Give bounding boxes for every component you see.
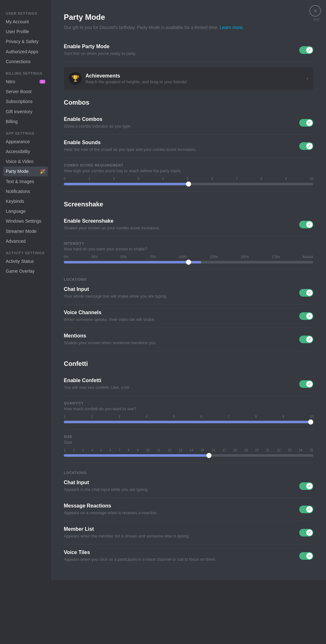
sidebar-item-notifications[interactable]: Notifications [3, 187, 48, 196]
sidebar-item-authorized-apps[interactable]: Authorized Apps [3, 47, 48, 56]
toggle-check-icon-3: ✓ [308, 144, 311, 148]
enable-confetti-toggle[interactable]: ✓ [299, 380, 313, 388]
achievement-card[interactable]: 🏆 Achievements Reach the greatest of hei… [64, 67, 313, 90]
enable-confetti-info: Enable Confetti You will now see confett… [64, 378, 130, 390]
size-slider-labels: 1 2 3 4 5 6 7 8 9 10 11 12 13 14 15 16 1… [64, 448, 313, 452]
sidebar-item-subscriptions[interactable]: Subscriptions [3, 97, 48, 106]
enable-sounds-toggle[interactable]: ✓ [299, 142, 313, 150]
sidebar-item-activity-status[interactable]: Activity Status [3, 256, 48, 266]
main-wrapper: ✕ ESC Party Mode Our gift to you for Dis… [51, 0, 326, 644]
toggle-knob-5: ✓ [306, 290, 313, 296]
voice-tiles-toggle[interactable]: ✓ [299, 552, 313, 560]
sidebar-item-label: Streamer Mode [6, 228, 36, 234]
toggle-check-icon-5: ✓ [308, 291, 311, 295]
sidebar-item-game-overlay[interactable]: Game Overlay [3, 266, 48, 276]
enable-screenshake-toggle[interactable]: ✓ [299, 221, 313, 228]
sidebar-item-windows-settings[interactable]: Windows Settings [3, 216, 48, 226]
enable-combos-row: Enable Combos Show a combo indicator as … [64, 111, 313, 135]
sidebar-item-label: Language [6, 208, 26, 214]
confetti-chat-input-info: Chat Input Appears in the chat input whi… [64, 480, 149, 492]
sidebar-item-label: Windows Settings [6, 218, 41, 224]
enable-confetti-desc: You will now see confetti. Like, a lot. [64, 385, 130, 390]
enable-combos-desc: Show a combo indicator as you type. [64, 123, 131, 129]
quantity-slider[interactable] [64, 421, 313, 423]
toggle-check-icon-11: ✓ [308, 530, 311, 535]
toggle-check-icon-8: ✓ [308, 382, 311, 386]
message-reactions-desc: Appears on a message when it receives a … [64, 510, 158, 516]
sidebar-item-label: Billing [6, 119, 18, 124]
member-list-row: Member List Appears when the member list… [64, 521, 313, 544]
screenshake-voice-channels-info: Voice Channels When someone speaks, thei… [64, 310, 155, 322]
screenshake-chat-input-label: Chat Input [64, 286, 167, 292]
toggle-knob-10: ✓ [306, 506, 313, 513]
page-title: Party Mode [64, 13, 313, 22]
toggle-knob-11: ✓ [306, 529, 313, 536]
screenshake-chat-input-toggle[interactable]: ✓ [299, 289, 313, 297]
achievement-desc: Reach the greatest of heights, and brag … [85, 79, 187, 84]
sidebar-item-label: Notifications [6, 189, 30, 194]
sidebar-item-voice-video[interactable]: Voice & Video [3, 157, 48, 166]
sidebar-item-server-boost[interactable]: Server Boost [3, 87, 48, 96]
close-button[interactable]: ✕ [309, 5, 321, 17]
screenshake-voice-channels-toggle[interactable]: ✓ [299, 312, 313, 320]
sidebar-item-appearance[interactable]: Appearance [3, 137, 48, 146]
intensity-slider-section: INTENSITY How hard do you want your scre… [64, 236, 313, 270]
sidebar-item-party-mode[interactable]: Party Mode🎉 [3, 167, 48, 176]
achievement-icon: 🏆 [69, 72, 82, 85]
toggle-knob-6: ✓ [306, 313, 313, 319]
sidebar-item-label: My Account [6, 19, 29, 25]
screenshake-section-title: Screenshake [64, 201, 313, 208]
confetti-chat-input-toggle[interactable]: ✓ [299, 482, 313, 490]
sidebar-item-text-images[interactable]: Text & Images [3, 177, 48, 186]
sidebar-item-streamer-mode[interactable]: Streamer Mode [3, 226, 48, 236]
combo-score-slider[interactable] [64, 183, 313, 185]
sidebar-item-label: Nitro [6, 79, 15, 85]
toggle-check-icon-12: ✓ [308, 554, 311, 558]
sidebar-section-label: APP SETTINGS [3, 130, 48, 137]
size-slider[interactable] [64, 454, 313, 457]
intensity-desc: How hard do you want your screen to shak… [64, 247, 313, 251]
message-reactions-toggle[interactable]: ✓ [299, 506, 313, 513]
sidebar-item-accessibility[interactable]: Accessibility [3, 147, 48, 156]
sidebar-item-user-profile[interactable]: User Profile [3, 27, 48, 36]
enable-party-mode-toggle[interactable]: ✓ [299, 46, 313, 54]
sidebar-section-label: ACTIVITY SETTINGS [3, 249, 48, 256]
sidebar-item-advanced[interactable]: Advanced [3, 236, 48, 246]
enable-sounds-info: Enable Sounds Hear the roar of the crowd… [64, 140, 196, 152]
screenshake-mentions-label: Mentions [64, 333, 157, 339]
sidebar-section-label: USER SETTINGS [3, 10, 48, 17]
screenshake-mentions-toggle[interactable]: ✓ [299, 336, 313, 343]
toggle-knob-3: ✓ [306, 143, 313, 149]
member-list-toggle[interactable]: ✓ [299, 529, 313, 537]
toggle-check-icon-10: ✓ [308, 507, 311, 512]
enable-confetti-label: Enable Confetti [64, 378, 130, 383]
toggle-check-icon-2: ✓ [308, 121, 311, 125]
combo-score-desc: How high your combo score has to reach b… [64, 168, 313, 173]
toggle-check-icon-9: ✓ [308, 484, 311, 488]
learn-more-link[interactable]: Learn more. [220, 25, 244, 30]
screenshake-mentions-info: Mentions Shakes your screen when someone… [64, 333, 157, 346]
enable-party-mode-row: Enable Party Mode Turn this on when you'… [64, 39, 313, 62]
sidebar-item-billing[interactable]: Billing [3, 117, 48, 126]
sidebar-item-language[interactable]: Language [3, 206, 48, 216]
sidebar-item-label: Activity Status [6, 258, 34, 264]
member-list-info: Member List Appears when the member list… [64, 526, 190, 539]
intensity-slider[interactable] [64, 261, 313, 263]
sidebar-item-connections[interactable]: Connections [3, 57, 48, 66]
sidebar-item-keybinds[interactable]: Keybinds [3, 196, 48, 206]
voice-tiles-label: Voice Tiles [64, 550, 216, 555]
sidebar-item-privacy-safety[interactable]: Privacy & Safety [3, 37, 48, 46]
chevron-right-icon: › [307, 76, 308, 81]
sidebar-item-label: User Profile [6, 29, 29, 34]
sidebar-item-label: Voice & Video [6, 159, 33, 164]
message-reactions-label: Message Reactions [64, 503, 158, 509]
sidebar-item-nitro[interactable]: Nitro [3, 77, 48, 86]
sidebar-item-gift-inventory[interactable]: Gift Inventory [3, 107, 48, 116]
enable-combos-toggle[interactable]: ✓ [299, 119, 313, 127]
sidebar-item-my-account[interactable]: My Account [3, 17, 48, 26]
quantity-label: QUANTITY [64, 401, 313, 405]
sidebar-item-label: Gift Inventory [6, 109, 32, 115]
achievement-info: Achievements Reach the greatest of heigh… [85, 73, 187, 84]
message-reactions-info: Message Reactions Appears on a message w… [64, 503, 158, 516]
sidebar-item-label: Connections [6, 59, 31, 64]
